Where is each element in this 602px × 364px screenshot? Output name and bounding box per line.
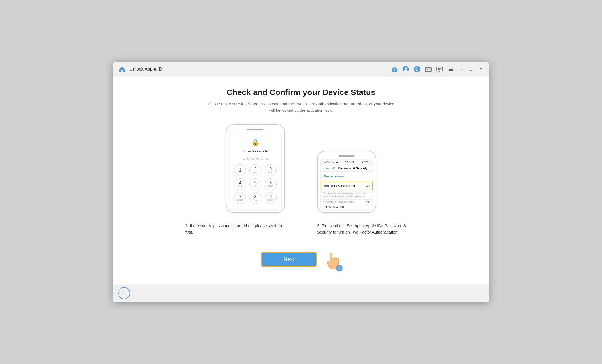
menu-icon[interactable]	[447, 65, 455, 74]
svg-point-18	[337, 266, 342, 270]
lock-icon: 🔒	[251, 139, 259, 146]
keypad: 1 2 ABC 3 DEF	[234, 164, 277, 204]
close-button[interactable]: ✕	[477, 66, 485, 72]
page-subtitle: Please make sure the Screen Passcode and…	[207, 101, 395, 114]
desc-1: 1. If the screen passcode is turned off,…	[185, 223, 285, 235]
page-title: Check and Confirm your Device Status	[227, 88, 375, 97]
svg-point-6	[414, 66, 420, 72]
passcode-dots	[243, 158, 268, 160]
chat-icon[interactable]	[435, 65, 444, 74]
dot-2	[247, 158, 250, 160]
phones-row: 🔒 Enter Passcode 1	[226, 124, 376, 213]
status-time: 8:22 AM	[345, 161, 354, 163]
svg-rect-1	[393, 68, 396, 69]
toolbox-icon[interactable]	[390, 65, 399, 74]
svg-point-5	[405, 67, 407, 70]
user-icon[interactable]	[402, 65, 410, 74]
music-search-icon[interactable]: ♪	[413, 65, 421, 74]
phone-speaker-2	[339, 155, 355, 157]
key-2[interactable]: 2 ABC	[249, 164, 261, 176]
nav-title: Password & Security	[335, 166, 371, 170]
dot-3	[252, 158, 254, 160]
phone-speaker	[247, 129, 263, 130]
key-5[interactable]: 5 JKL	[249, 178, 261, 190]
back-button[interactable]: ←	[118, 287, 130, 299]
status-bar: No Service ☁ 8:22 AM ▲ 77% ▪	[321, 160, 373, 165]
key-6[interactable]: 6 MNO	[265, 178, 277, 190]
key-7[interactable]: 7 PQRS	[234, 192, 246, 204]
title-bar-icons: ♪	[390, 65, 485, 74]
key-8[interactable]: 8 TUV	[249, 192, 261, 204]
enter-passcode-label: Enter Passcode	[243, 149, 268, 153]
svg-rect-11	[437, 67, 443, 71]
next-btn-wrap: Next	[261, 249, 341, 270]
edit-link[interactable]: Edit	[366, 201, 370, 203]
bottom-bar: ←	[113, 284, 489, 302]
dot-1	[243, 158, 245, 160]
key-9[interactable]: 9 WXYZ	[265, 192, 277, 204]
status-left: No Service ☁	[323, 161, 338, 163]
minimize-button[interactable]: −	[458, 66, 465, 72]
descriptions-row: 1. If the screen passcode is turned off,…	[185, 223, 417, 235]
app-window: Unlock Apple ID	[113, 62, 489, 302]
trusted-label: TRUSTED PHONE NUMBER	[323, 201, 354, 203]
settings-phone: No Service ☁ 8:22 AM ▲ 77% ▪ ‹ < Apple I…	[317, 151, 376, 213]
title-bar: Unlock Apple ID	[113, 62, 489, 77]
dot-6	[266, 158, 268, 160]
back-arrow-icon: ←	[122, 290, 127, 296]
next-button[interactable]: Next	[261, 252, 316, 267]
maximize-button[interactable]: □	[467, 66, 474, 72]
dot-4	[256, 158, 259, 160]
svg-rect-3	[394, 70, 395, 71]
two-factor-description: Your trusted devices and phone numbers a…	[321, 190, 373, 199]
desc-2: 2. Please check Settings > Apple ID> Pas…	[317, 223, 417, 235]
passcode-content: 🔒 Enter Passcode 1	[229, 133, 281, 209]
trusted-section: TRUSTED PHONE NUMBER Edit	[321, 199, 373, 205]
two-factor-value: On	[366, 184, 370, 187]
hand-cursor-icon	[325, 249, 341, 270]
mail-icon[interactable]	[424, 65, 433, 74]
settings-list: Change password	[321, 172, 373, 182]
key-3[interactable]: 3 DEF	[265, 164, 277, 176]
passcode-phone: 🔒 Enter Passcode 1	[226, 124, 285, 213]
status-right: ▲ 77% ▪	[361, 161, 371, 163]
key-4[interactable]: 4 GHI	[234, 178, 246, 190]
two-factor-row: Two-Factor Authentication On	[321, 182, 373, 190]
main-content: Check and Confirm your Device Status Ple…	[113, 77, 489, 284]
title-bar-left: Unlock Apple ID	[117, 64, 387, 74]
passcode-screen: 🔒 Enter Passcode 1	[229, 133, 282, 210]
nav-back: ‹ < Apple ID	[323, 167, 335, 170]
change-password-item: Change password	[321, 173, 373, 180]
settings-screen: No Service ☁ 8:22 AM ▲ 77% ▪ ‹ < Apple I…	[320, 159, 373, 209]
two-factor-label: Two-Factor Authentication	[324, 184, 355, 187]
svg-text:♪: ♪	[416, 68, 417, 70]
dot-5	[261, 158, 263, 160]
phone-number: +86 158 1367 5241	[321, 205, 373, 209]
home-icon[interactable]	[117, 64, 127, 74]
key-1[interactable]: 1	[234, 164, 246, 176]
nav-row: ‹ < Apple ID Password & Security	[321, 165, 373, 172]
window-title: Unlock Apple ID	[130, 67, 162, 72]
